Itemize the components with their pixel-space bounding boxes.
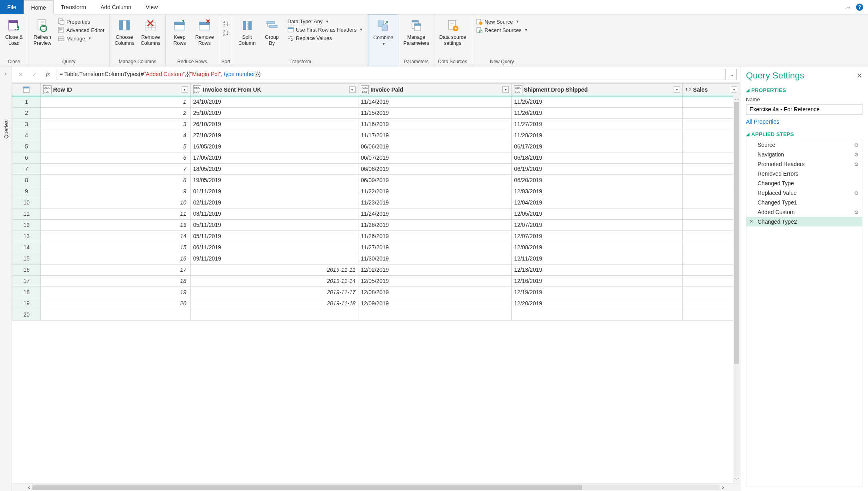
data-type-button[interactable]: Data Type: Any▼ bbox=[285, 18, 366, 25]
cell[interactable]: 06/09/2019 bbox=[358, 174, 511, 186]
view-tab[interactable]: View bbox=[138, 0, 165, 14]
gear-icon[interactable]: ⚙ bbox=[854, 190, 859, 196]
applied-step[interactable]: Replaced Value⚙ bbox=[746, 188, 862, 198]
combine-button[interactable]: Combine▼ bbox=[371, 16, 396, 48]
cell[interactable]: 12/16/2019 bbox=[512, 275, 683, 287]
cell[interactable]: 03/11/2019 bbox=[190, 208, 358, 219]
cell[interactable] bbox=[41, 309, 191, 320]
cell[interactable]: 11/28/2019 bbox=[512, 130, 683, 141]
row-number[interactable]: 7 bbox=[12, 163, 41, 174]
cell[interactable] bbox=[683, 309, 740, 320]
scroll-left-icon[interactable]: ‹ bbox=[28, 484, 30, 491]
cell[interactable]: 12/03/2019 bbox=[512, 186, 683, 197]
cell[interactable]: 3 bbox=[41, 118, 191, 130]
cell[interactable]: 13 bbox=[41, 219, 191, 230]
applied-step[interactable]: Changed Type2 bbox=[746, 217, 862, 226]
table-row[interactable]: 3 3 26/10/2019 11/16/2019 11/27/2019 bbox=[12, 118, 740, 130]
cell[interactable] bbox=[190, 309, 358, 320]
cell[interactable]: 7 bbox=[41, 163, 191, 174]
cell[interactable] bbox=[683, 208, 740, 219]
horizontal-scrollbar[interactable]: ‹ › bbox=[12, 483, 740, 491]
cell[interactable]: 09/11/2019 bbox=[190, 253, 358, 264]
cell[interactable]: 8 bbox=[41, 174, 191, 186]
cell[interactable]: 12/20/2019 bbox=[512, 298, 683, 309]
sort-desc-button[interactable]: ZA bbox=[222, 28, 230, 37]
cell[interactable] bbox=[683, 298, 740, 309]
cell[interactable]: 06/06/2019 bbox=[358, 141, 511, 152]
applied-step[interactable]: Removed Errors bbox=[746, 169, 862, 178]
cell[interactable]: 18 bbox=[41, 275, 191, 287]
table-corner[interactable] bbox=[12, 84, 41, 96]
formula-cancel-button[interactable]: ✕ bbox=[15, 69, 26, 80]
all-properties-link[interactable]: All Properties bbox=[746, 118, 862, 125]
table-row[interactable]: 18 19 2019-11-17 12/08/2019 12/19/2019 bbox=[12, 287, 740, 298]
cell[interactable]: 12/08/2019 bbox=[512, 242, 683, 253]
cell[interactable]: 11/27/2019 bbox=[358, 242, 511, 253]
table-row[interactable]: 9 9 01/11/2019 11/22/2019 12/03/2019 bbox=[12, 186, 740, 197]
scroll-down-icon[interactable]: ﹀ bbox=[733, 476, 740, 483]
cell[interactable] bbox=[358, 309, 511, 320]
cell[interactable] bbox=[683, 219, 740, 230]
cell[interactable]: 2 bbox=[41, 107, 191, 118]
cell[interactable]: 2019-11-18 bbox=[190, 298, 358, 309]
table-row[interactable]: 13 14 05/11/2019 11/26/2019 12/07/2019 bbox=[12, 230, 740, 242]
cell[interactable]: 19/05/2019 bbox=[190, 174, 358, 186]
help-icon[interactable]: ? bbox=[856, 4, 863, 11]
table-row[interactable]: 7 7 18/05/2019 06/08/2019 06/19/2019 bbox=[12, 163, 740, 174]
cell[interactable]: 20 bbox=[41, 298, 191, 309]
scroll-up-icon[interactable]: ︿ bbox=[733, 95, 740, 102]
column-filter-dropdown[interactable]: ▾ bbox=[349, 86, 356, 93]
manage-parameters-button[interactable]: Manage Parameters bbox=[401, 16, 432, 48]
remove-columns-button[interactable]: Remove Columns bbox=[138, 16, 163, 48]
applied-steps-header[interactable]: ◢ APPLIED STEPS bbox=[746, 131, 862, 137]
cell[interactable]: 25/10/2019 bbox=[190, 107, 358, 118]
column-header[interactable]: ABC123Row ID▾ bbox=[41, 84, 191, 96]
row-number[interactable]: 1 bbox=[12, 96, 41, 107]
cell[interactable]: 4 bbox=[41, 130, 191, 141]
cell[interactable]: 11/25/2019 bbox=[512, 96, 683, 107]
row-number[interactable]: 17 bbox=[12, 275, 41, 287]
cell[interactable]: 12/13/2019 bbox=[512, 264, 683, 275]
cell[interactable]: 2019-11-11 bbox=[190, 264, 358, 275]
table-row[interactable]: 16 17 2019-11-11 12/02/2019 12/13/2019 bbox=[12, 264, 740, 275]
table-row[interactable]: 20 bbox=[12, 309, 740, 320]
row-number[interactable]: 9 bbox=[12, 186, 41, 197]
column-filter-dropdown[interactable]: ▾ bbox=[502, 86, 509, 93]
cell[interactable]: 12/08/2019 bbox=[358, 287, 511, 298]
recent-sources-button[interactable]: Recent Sources▼ bbox=[474, 26, 530, 34]
choose-columns-button[interactable]: Choose Columns bbox=[112, 16, 136, 48]
row-number[interactable]: 19 bbox=[12, 298, 41, 309]
close-panel-button[interactable]: ✕ bbox=[856, 71, 862, 80]
row-number[interactable]: 14 bbox=[12, 242, 41, 253]
cell[interactable]: 06/18/2019 bbox=[512, 152, 683, 163]
applied-step[interactable]: Promoted Headers⚙ bbox=[746, 159, 862, 169]
applied-step[interactable]: Navigation⚙ bbox=[746, 150, 862, 159]
column-filter-dropdown[interactable]: ▾ bbox=[674, 86, 680, 93]
cell[interactable]: 11/23/2019 bbox=[358, 197, 511, 208]
cell[interactable] bbox=[683, 186, 740, 197]
table-row[interactable]: 4 4 27/10/2019 11/17/2019 11/28/2019 bbox=[12, 130, 740, 141]
cell[interactable]: 01/11/2019 bbox=[190, 186, 358, 197]
row-number[interactable]: 8 bbox=[12, 174, 41, 186]
row-number[interactable]: 18 bbox=[12, 287, 41, 298]
formula-accept-button[interactable]: ✓ bbox=[29, 69, 40, 80]
row-number[interactable]: 11 bbox=[12, 208, 41, 219]
cell[interactable]: 06/07/2019 bbox=[358, 152, 511, 163]
cell[interactable] bbox=[512, 309, 683, 320]
cell[interactable] bbox=[683, 230, 740, 242]
cell[interactable]: 1 bbox=[41, 96, 191, 107]
remove-rows-button[interactable]: Remove Rows bbox=[193, 16, 216, 48]
table-row[interactable]: 11 11 03/11/2019 11/24/2019 12/05/2019 bbox=[12, 208, 740, 219]
cell[interactable]: 18/05/2019 bbox=[190, 163, 358, 174]
gear-icon[interactable]: ⚙ bbox=[854, 209, 859, 215]
hscroll-thumb[interactable] bbox=[32, 485, 582, 490]
new-source-button[interactable]: New Source▼ bbox=[474, 18, 530, 26]
cell[interactable]: 12/04/2019 bbox=[512, 197, 683, 208]
cell[interactable]: 2019-11-14 bbox=[190, 275, 358, 287]
cell[interactable] bbox=[683, 253, 740, 264]
cell[interactable] bbox=[683, 107, 740, 118]
cell[interactable]: 27/10/2019 bbox=[190, 130, 358, 141]
cell[interactable]: 11/26/2019 bbox=[512, 107, 683, 118]
home-tab[interactable]: Home bbox=[24, 0, 54, 14]
cell[interactable]: 11 bbox=[41, 208, 191, 219]
